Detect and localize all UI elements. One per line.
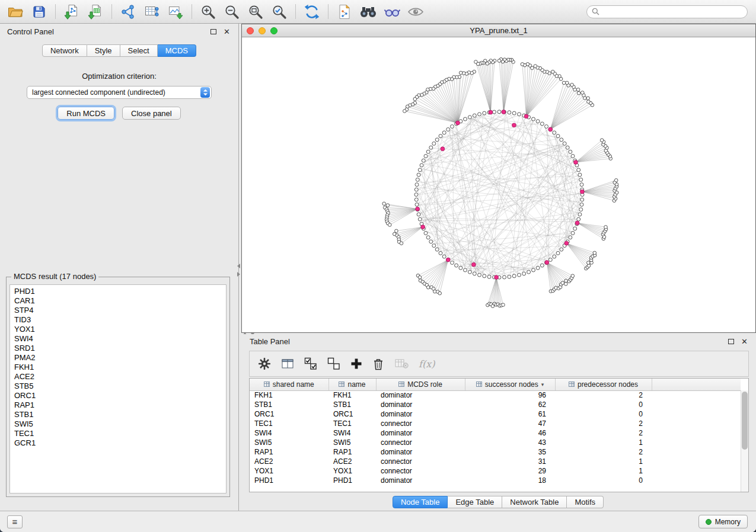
export-image-button[interactable] [164, 2, 187, 22]
show-graphics-details-button[interactable] [404, 2, 428, 22]
show-columns-button[interactable] [281, 358, 294, 370]
mcds-result-item[interactable]: PHD1 [10, 287, 226, 296]
mcds-result-item[interactable]: SRD1 [10, 344, 226, 353]
plus-icon [350, 358, 362, 370]
column-header-name[interactable]: name [328, 379, 376, 390]
mcds-result-item[interactable]: SWI5 [10, 419, 226, 429]
mcds-result-item[interactable]: TID3 [10, 315, 226, 325]
memory-status-dot [706, 519, 712, 525]
columns-icon [281, 358, 294, 370]
search-network-button[interactable] [356, 2, 380, 22]
network-view[interactable] [242, 37, 755, 332]
sort-chevron-icon: ▾ [541, 382, 544, 387]
refresh-view-button[interactable] [300, 2, 324, 22]
mcds-result-item[interactable]: RAP1 [10, 400, 226, 410]
node-table-body: FKH1FKH1dominator962STB1STB1dominator620… [250, 390, 741, 485]
mcds-result-list[interactable]: PHD1CAR1STP4TID3YOX1SWI4SRD1PMA2FKH1ACE2… [9, 284, 227, 493]
table-row[interactable]: FKH1FKH1dominator962 [250, 390, 741, 400]
table-tabs: Node TableEdge TableNetwork TableMotifs [240, 496, 756, 508]
control-panel-title: Control Panel [7, 27, 54, 36]
mcds-result-item[interactable]: GCR1 [10, 438, 226, 448]
import-table-from-file-button[interactable] [84, 2, 107, 22]
mcds-result-item[interactable]: SWI4 [10, 334, 226, 344]
column-header-successor-nodes[interactable]: successor nodes▾ [465, 379, 555, 390]
table-tab-edge-table[interactable]: Edge Table [448, 496, 502, 508]
table-row[interactable]: TEC1TEC1connector472 [250, 419, 741, 428]
dropdown-stepper-icon [200, 87, 210, 98]
table-scrollbar[interactable] [741, 390, 748, 492]
zoom-out-button[interactable] [220, 2, 244, 22]
tab-style[interactable]: Style [87, 44, 120, 57]
close-panel-icon[interactable]: ✕ [224, 28, 230, 36]
unselect-all-columns-button[interactable] [327, 357, 340, 370]
hide-graphics-details-button[interactable] [380, 2, 404, 22]
scrollbar-thumb[interactable] [742, 392, 748, 450]
save-session-button[interactable] [27, 2, 51, 22]
toolbar-separator [111, 4, 112, 19]
toolbar-separator [295, 4, 296, 19]
table-row[interactable]: PHD1PHD1dominator180 [250, 476, 741, 485]
close-panel-icon[interactable]: ✕ [741, 338, 748, 345]
select-all-columns-button[interactable] [304, 357, 317, 370]
mcds-result-item[interactable]: ACE2 [10, 372, 226, 382]
zoom-fit-button[interactable] [244, 2, 267, 22]
network-share-icon [120, 4, 136, 20]
import-table-icon [88, 4, 103, 20]
criterion-dropdown[interactable]: largest connected component (undirected) [27, 86, 212, 99]
mcds-result-item[interactable]: STB1 [10, 410, 226, 419]
import-network-from-file-button[interactable] [60, 2, 84, 22]
table-row[interactable]: ORC1ORC1dominator610 [250, 409, 741, 419]
create-column-button[interactable] [350, 358, 362, 370]
table-panel-header: Table Panel ✕ [240, 334, 756, 348]
new-table-button[interactable] [140, 2, 164, 22]
export-image-icon [168, 4, 184, 20]
float-panel-icon[interactable] [210, 29, 216, 34]
tab-mcds[interactable]: MCDS [158, 44, 196, 57]
column-grid-icon [339, 382, 344, 387]
table-row[interactable]: STB1STB1dominator620 [250, 400, 741, 409]
column-header-MCDS-role[interactable]: MCDS role [376, 379, 465, 390]
mcds-result-item[interactable]: YOX1 [10, 325, 226, 334]
mcds-result-item[interactable]: STP4 [10, 306, 226, 315]
mcds-result-item[interactable]: ORC1 [10, 391, 226, 400]
mcds-result-item[interactable]: CAR1 [10, 296, 226, 306]
mcds-result-item[interactable]: TEC1 [10, 429, 226, 438]
table-tab-node-table[interactable]: Node Table [393, 496, 448, 508]
column-grid-icon [264, 382, 270, 387]
column-header-shared-name[interactable]: shared name [250, 379, 328, 390]
trash-icon [372, 357, 384, 370]
network-window-titlebar[interactable]: YPA_prune.txt_1 [242, 24, 755, 37]
share-document-button[interactable] [333, 2, 356, 22]
table-tab-motifs[interactable]: Motifs [567, 496, 604, 508]
table-settings-button[interactable] [258, 357, 271, 370]
column-header-predecessor-nodes[interactable]: predecessor nodes [555, 379, 652, 390]
search-input[interactable] [602, 7, 747, 17]
tab-network[interactable]: Network [42, 44, 87, 57]
table-row[interactable]: YOX1YOX1connector291 [250, 466, 741, 476]
network-window: YPA_prune.txt_1 [240, 24, 756, 334]
run-mcds-button[interactable]: Run MCDS [58, 107, 114, 120]
open-session-button[interactable] [4, 2, 27, 22]
new-network-button[interactable] [116, 2, 140, 22]
binoculars-icon [360, 5, 377, 19]
close-mcds-panel-button[interactable]: Close panel [122, 107, 181, 120]
mcds-result-item[interactable]: PMA2 [10, 353, 226, 363]
network-title: YPA_prune.txt_1 [242, 26, 755, 35]
mcds-result-item[interactable]: FKH1 [10, 363, 226, 372]
table-tab-network-table[interactable]: Network Table [502, 496, 567, 508]
mcds-result-item[interactable]: STB5 [10, 382, 226, 391]
tab-select[interactable]: Select [120, 44, 158, 57]
zoom-in-button[interactable] [196, 2, 220, 22]
float-panel-icon[interactable] [728, 339, 734, 344]
table-row[interactable]: SWI5SWI5connector431 [250, 438, 741, 447]
delete-column-button[interactable] [372, 357, 384, 370]
network-graph[interactable] [242, 37, 755, 332]
status-menu-button[interactable]: ≡ [7, 515, 23, 528]
memory-button[interactable]: Memory [698, 515, 748, 528]
table-row[interactable]: RAP1RAP1dominator352 [250, 447, 741, 457]
zoom-selected-button[interactable] [267, 2, 291, 22]
table-row[interactable]: ACE2ACE2connector311 [250, 457, 741, 466]
mcds-result-group: MCDS result (17 nodes) PHD1CAR1STP4TID3Y… [6, 277, 230, 497]
table-row[interactable]: SWI4SWI4dominator462 [250, 428, 741, 438]
search-box[interactable] [586, 5, 748, 18]
